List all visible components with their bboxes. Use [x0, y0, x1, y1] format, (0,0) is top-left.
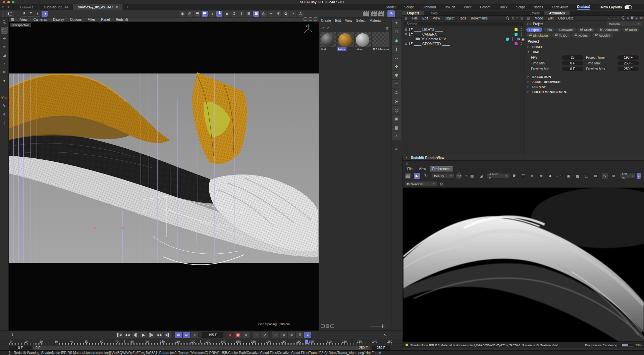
- viewport-layout-icon[interactable]: [309, 17, 312, 21]
- fcurve-icon[interactable]: ∿: [382, 332, 388, 338]
- lock-x-icon[interactable]: ◔: [290, 11, 296, 17]
- viewport-camera-label[interactable]: Perspective: [10, 23, 31, 27]
- viewport-menu-filter[interactable]: Filter: [88, 18, 95, 21]
- object-tree-row-2[interactable]: └RS Camera REV❂▣: [402, 37, 525, 41]
- layout-tab-groom[interactable]: Groom: [480, 5, 491, 9]
- material-detail-view-icon[interactable]: [330, 324, 334, 328]
- keyframe-selection-button[interactable]: ▥: [288, 332, 295, 338]
- object-burger-icon[interactable]: ☰: [405, 16, 408, 20]
- layout-tab-script[interactable]: Script: [516, 5, 525, 9]
- next-key-button[interactable]: ▶◆: [156, 332, 163, 338]
- environment-palette-icon[interactable]: ◎: [392, 106, 401, 114]
- axis-mode-icon[interactable]: ■: [224, 11, 230, 17]
- generator-palette-icon[interactable]: ✱: [392, 71, 401, 79]
- object-sort-icon[interactable]: ≡: [517, 16, 519, 20]
- attr-tab-project[interactable]: Project: [526, 28, 542, 32]
- section-asset-browser[interactable]: ▸ASSET BROWSER: [525, 79, 644, 84]
- text-palette-icon[interactable]: T: [392, 45, 401, 53]
- loop-mode-button[interactable]: ⇄: [175, 332, 182, 338]
- rv-compare-icon[interactable]: ▩: [575, 173, 581, 179]
- attr-filter-icon[interactable]: ≡: [627, 16, 629, 20]
- preset-dropdown[interactable]: Custom▼: [607, 21, 642, 26]
- rv-menu-preferences[interactable]: Preferences: [430, 166, 453, 171]
- section-color-management[interactable]: ▸COLOR MANAGEMENT: [525, 89, 644, 94]
- rv-channel-button[interactable]: RGB: [456, 172, 462, 179]
- y-axis-lock-button[interactable]: Y: [28, 11, 34, 16]
- scale-tool-icon[interactable]: ◢: [1, 52, 8, 58]
- attr-lock-icon[interactable]: [631, 17, 633, 19]
- enable-axis-icon[interactable]: ↥: [231, 11, 237, 17]
- point-mode-icon[interactable]: ◉: [179, 11, 185, 17]
- rv-channel-caret[interactable]: ▼: [465, 175, 467, 177]
- layout-tab-fede-anim[interactable]: Fede-Anim: [552, 5, 568, 9]
- polygon-mode-icon[interactable]: ⬒: [194, 11, 200, 17]
- object-menu-tags[interactable]: Tags: [459, 16, 466, 20]
- field-preview-min[interactable]: 0 F: [562, 67, 583, 71]
- layer-color-swatch[interactable]: [515, 42, 518, 45]
- viewport-sync-icon[interactable]: [304, 17, 307, 21]
- section-display[interactable]: ▸DISPLAY: [525, 84, 644, 89]
- document-tab-sh06-fd-02-c4d[interactable]: SH06-FD_02.c4d: [39, 4, 73, 10]
- coordinate-system-icon[interactable]: ⌞●: [42, 11, 48, 17]
- autokey-dots-button[interactable]: A⁝: [183, 332, 190, 338]
- object-tree-row-1[interactable]: ⊞____ CAMERA ____: [402, 32, 525, 37]
- viewport-menu-view[interactable]: View: [20, 18, 28, 21]
- next-frame-button[interactable]: ▌▶: [148, 332, 155, 338]
- move-tool-icon[interactable]: ✛: [1, 36, 8, 42]
- preview-range-slider[interactable]: 0 F 250 F: [33, 346, 370, 350]
- object-search-icon[interactable]: [506, 16, 509, 20]
- viewport-burger-icon[interactable]: ☰: [11, 18, 14, 21]
- object-menu-edit[interactable]: Edit: [422, 16, 428, 20]
- rv-freeze-global-icon[interactable]: ❅: [538, 173, 544, 179]
- tab-objects[interactable]: Objects: [402, 11, 424, 15]
- uv-circles-icon[interactable]: ☉☉: [1, 94, 8, 100]
- viewport-solo-icon[interactable]: [6, 11, 14, 17]
- rv-dither-icon[interactable]: ▦: [469, 173, 475, 179]
- rv-add-snapshot-icon[interactable]: ⊞: [593, 173, 599, 179]
- tab-attributes[interactable]: Attributes: [544, 11, 570, 15]
- object-name[interactable]: ____ GEOMETRY ____: [414, 42, 450, 46]
- live-selection-icon[interactable]: [1, 27, 8, 33]
- rv-menu-file[interactable]: File: [405, 167, 415, 171]
- status-burger-icon[interactable]: ☰: [2, 351, 5, 355]
- renderview-close-icon[interactable]: ×: [406, 156, 408, 160]
- visibility-dots[interactable]: [521, 33, 522, 36]
- tab-layers[interactable]: Layers: [525, 11, 544, 15]
- spline-palette-icon[interactable]: ◈: [392, 36, 401, 44]
- rv-overflow-button[interactable]: »: [637, 173, 641, 179]
- record-rotation-button[interactable]: ⟳: [261, 332, 268, 338]
- rv-zoom-field[interactable]: 100 %↕: [620, 173, 635, 178]
- rendered-image[interactable]: [403, 188, 644, 342]
- material-picker-icon[interactable]: ➚: [326, 26, 329, 30]
- material-preview-0[interactable]: [320, 32, 336, 47]
- goto-start-button[interactable]: ▌◀: [116, 332, 123, 338]
- rv-crop-icon[interactable]: ◢: [478, 173, 484, 179]
- x-axis-lock-button[interactable]: X: [21, 11, 27, 16]
- rv-freeze-icon[interactable]: ❄: [529, 173, 535, 179]
- rv-bucket-grid-icon[interactable]: ☷: [520, 173, 526, 179]
- thumbnail-size-slider[interactable]: [371, 326, 385, 326]
- edge-mode-icon[interactable]: ◎: [187, 11, 193, 17]
- volume-palette-icon[interactable]: ▭: [392, 80, 401, 88]
- playhead[interactable]: [305, 340, 308, 344]
- material-name[interactable]: RS Materia: [372, 47, 389, 51]
- field-preview-max[interactable]: 250 F: [618, 67, 639, 71]
- grid-snap-icon[interactable]: ⊞: [246, 11, 252, 17]
- material-list-view-icon[interactable]: [321, 324, 325, 328]
- object-menu-file[interactable]: File: [412, 16, 418, 20]
- layout-tab-standard[interactable]: Standard: [422, 5, 436, 9]
- material-menu-select[interactable]: Select: [356, 19, 366, 22]
- timeline-ruler[interactable]: 0102030405060708090100110120130140150160…: [0, 339, 402, 345]
- rv-settings-gear-icon[interactable]: ⚙: [440, 182, 444, 187]
- material-item-0[interactable]: Mat: [320, 32, 336, 52]
- expander-icon[interactable]: ⊞: [405, 33, 408, 36]
- viewport-maximize-icon[interactable]: [314, 17, 317, 21]
- layout-tab-nodes[interactable]: Nodes: [533, 5, 543, 9]
- material-menu-edit[interactable]: Edit: [335, 19, 341, 22]
- render-to-pv-icon[interactable]: ▶: [371, 11, 377, 17]
- viewport-menu-display[interactable]: Display: [53, 18, 64, 21]
- object-name[interactable]: ____ CAMERA ____: [414, 33, 445, 36]
- record-param-button[interactable]: ⚙: [280, 332, 287, 338]
- viewport-menu-panel[interactable]: Panel: [101, 18, 110, 21]
- pen-palette-icon[interactable]: ✒: [392, 145, 401, 153]
